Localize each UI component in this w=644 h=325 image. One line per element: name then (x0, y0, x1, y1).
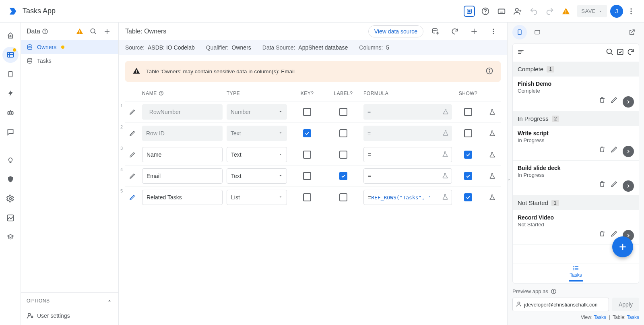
edit-icon[interactable] (611, 180, 618, 192)
rail-views-icon[interactable] (2, 66, 19, 82)
column-name-input[interactable] (142, 104, 223, 120)
column-type-select[interactable] (227, 147, 287, 162)
delete-icon[interactable] (599, 96, 606, 108)
open-in-new-icon[interactable] (625, 25, 639, 39)
checkbox[interactable] (464, 193, 472, 201)
undo-icon[interactable] (526, 3, 542, 19)
rail-chat-icon[interactable] (2, 124, 19, 140)
sync-icon[interactable] (627, 48, 635, 57)
more-icon[interactable] (486, 24, 501, 39)
edit-icon[interactable] (127, 130, 138, 137)
user-settings-item[interactable]: User settings (21, 309, 118, 325)
column-name-input[interactable] (142, 190, 223, 205)
edit-icon[interactable] (611, 96, 618, 108)
panel-expand-icon[interactable] (507, 174, 511, 185)
checkbox[interactable] (464, 129, 472, 137)
column-name-input[interactable] (142, 147, 223, 162)
checkbox[interactable] (464, 108, 472, 116)
add-table-icon[interactable] (101, 26, 113, 37)
checkbox[interactable] (339, 151, 347, 159)
formula-input[interactable]: = (363, 104, 452, 120)
delete-icon[interactable] (599, 230, 606, 241)
checkbox[interactable] (339, 172, 347, 180)
flask-icon[interactable] (442, 151, 448, 159)
rail-learn-icon[interactable] (2, 229, 19, 245)
group-header[interactable]: In Progress2 (513, 111, 639, 126)
rail-settings-icon[interactable] (2, 190, 19, 207)
formula-input[interactable]: = REF_ROWS("Tasks", ' (363, 190, 452, 205)
flask-icon[interactable] (484, 194, 500, 201)
rail-data-icon[interactable] (2, 47, 19, 63)
column-type-select[interactable] (227, 190, 287, 205)
checkbox[interactable] (464, 172, 472, 180)
task-card[interactable]: Write script In Progress (513, 126, 639, 161)
task-card[interactable]: Build slide deck In Progress (513, 161, 639, 195)
checkbox[interactable] (303, 151, 311, 159)
flask-icon[interactable] (484, 109, 500, 115)
column-type-select[interactable] (227, 168, 287, 184)
flask-icon[interactable] (484, 151, 500, 158)
fab-add-button[interactable] (612, 236, 633, 257)
group-header[interactable]: Complete1 (513, 62, 639, 77)
keyboard-icon[interactable] (493, 3, 510, 19)
task-card[interactable]: Finish Demo Complete (513, 77, 639, 111)
table-warning-icon[interactable] (74, 26, 85, 37)
rail-actions-icon[interactable] (2, 85, 19, 101)
delete-icon[interactable] (599, 146, 606, 157)
preview-as-email-input[interactable] (512, 298, 609, 311)
delete-icon[interactable] (599, 180, 606, 192)
info-icon[interactable] (159, 91, 164, 96)
sidebar-table-owners[interactable]: Owners (21, 40, 118, 54)
app-mode-icon[interactable] (461, 3, 477, 19)
table-settings-icon[interactable] (428, 24, 443, 39)
preview-tablet-tab[interactable] (530, 25, 545, 39)
save-button[interactable]: SAVE (577, 5, 607, 17)
flask-icon[interactable] (442, 172, 448, 180)
info-icon[interactable] (551, 288, 557, 294)
formula-input[interactable]: = (363, 126, 452, 141)
checkbox[interactable] (339, 129, 347, 137)
regenerate-icon[interactable] (448, 24, 462, 39)
flask-icon[interactable] (442, 108, 449, 116)
preview-search-icon[interactable] (606, 48, 614, 57)
footer-table-link[interactable]: Tasks (627, 315, 639, 320)
column-name-input[interactable] (142, 126, 223, 141)
column-type-select[interactable] (227, 126, 287, 141)
edit-icon[interactable] (127, 173, 138, 179)
rail-intelligence-icon[interactable] (2, 152, 19, 168)
checkbox[interactable] (303, 193, 311, 201)
sidebar-table-tasks[interactable]: Tasks (21, 54, 118, 68)
flask-icon[interactable] (442, 130, 449, 137)
options-toggle[interactable]: OPTIONS (21, 292, 118, 309)
flask-icon[interactable] (484, 130, 500, 137)
phone-nav-tasks[interactable]: Tasks (513, 263, 639, 283)
column-type-select[interactable] (227, 104, 287, 120)
app-logo[interactable] (5, 3, 21, 19)
flask-icon[interactable] (442, 194, 448, 201)
edit-icon[interactable] (127, 194, 138, 201)
preview-mobile-tab[interactable] (512, 25, 527, 39)
rail-bot-icon[interactable] (2, 105, 19, 121)
warning-icon[interactable] (558, 3, 574, 19)
info-icon[interactable] (42, 28, 48, 35)
formula-input[interactable]: = (363, 147, 452, 162)
user-avatar[interactable]: J (610, 5, 623, 18)
formula-input[interactable]: = (363, 168, 452, 184)
checkbox[interactable] (303, 108, 311, 116)
add-column-icon[interactable] (467, 24, 481, 39)
share-user-icon[interactable] (510, 3, 526, 19)
footer-view-link[interactable]: Tasks (594, 315, 606, 320)
help-icon[interactable] (477, 3, 493, 19)
redo-icon[interactable] (542, 3, 558, 19)
column-name-input[interactable] (142, 168, 223, 184)
apply-button[interactable]: Apply (612, 298, 639, 311)
rail-home-icon[interactable] (2, 27, 19, 43)
warning-info-icon[interactable] (485, 67, 493, 76)
chevron-right-icon[interactable] (623, 96, 634, 108)
checkbox[interactable] (464, 151, 472, 159)
select-all-icon[interactable] (616, 48, 624, 57)
view-data-source-button[interactable]: View data source (368, 25, 423, 37)
group-header[interactable]: Not Started1 (513, 195, 639, 210)
checkbox[interactable] (339, 108, 347, 116)
chevron-right-icon[interactable] (623, 180, 634, 192)
